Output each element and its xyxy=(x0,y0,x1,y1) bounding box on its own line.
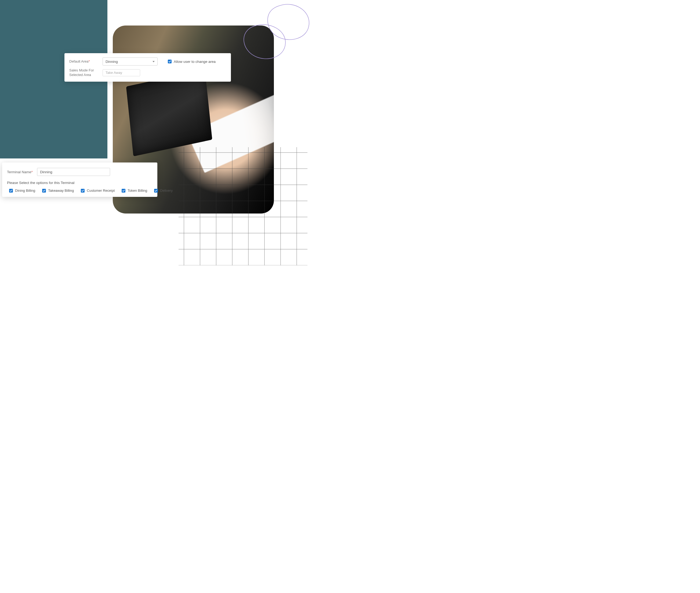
sales-mode-placeholder: Take Away xyxy=(106,71,122,75)
required-mark: * xyxy=(31,170,33,174)
option-dining-billing[interactable]: Dining Billing xyxy=(9,189,35,193)
checkbox-icon[interactable] xyxy=(9,189,13,193)
option-customer-receipt[interactable]: Customer Receipt xyxy=(81,189,115,193)
sales-mode-label: Sales Mode For Selected Area xyxy=(69,68,99,77)
default-area-value: Dinning xyxy=(106,60,118,64)
checkbox-icon[interactable] xyxy=(122,189,125,193)
allow-change-area-option[interactable]: Allow user to change area xyxy=(168,60,216,64)
option-label: Delivery xyxy=(160,189,173,193)
option-label: Token Billing xyxy=(128,189,147,193)
allow-change-area-checkbox[interactable] xyxy=(168,60,172,64)
checkbox-icon[interactable] xyxy=(42,189,46,193)
default-area-select[interactable]: Dinning xyxy=(102,57,158,66)
allow-change-area-label: Allow user to change area xyxy=(174,60,216,64)
terminal-options-card: Terminal Name* Dinning Please Select the… xyxy=(2,162,157,197)
terminal-options-row: Dining Billing Takeaway Billing Customer… xyxy=(7,189,153,193)
chevron-down-icon xyxy=(153,61,155,62)
decorative-blobs xyxy=(240,3,316,65)
terminal-name-input[interactable]: Dinning xyxy=(37,168,110,176)
default-area-label: Default Area* xyxy=(69,60,99,64)
default-area-card: Default Area* Dinning Allow user to chan… xyxy=(65,53,231,82)
option-label: Dining Billing xyxy=(15,189,35,193)
option-label: Customer Receipt xyxy=(87,189,115,193)
options-prompt: Please Select the options for this Termi… xyxy=(7,181,153,185)
terminal-name-label: Terminal Name* xyxy=(7,170,33,174)
sales-mode-input[interactable]: Take Away xyxy=(102,69,140,76)
decorative-grid xyxy=(178,147,307,265)
option-label: Takeaway Billing xyxy=(48,189,74,193)
checkbox-icon[interactable] xyxy=(81,189,85,193)
checkbox-icon[interactable] xyxy=(154,189,158,193)
option-delivery[interactable]: Delivery xyxy=(154,189,173,193)
required-mark: * xyxy=(89,60,90,64)
option-takeaway-billing[interactable]: Takeaway Billing xyxy=(42,189,74,193)
option-token-billing[interactable]: Token Billing xyxy=(122,189,147,193)
terminal-name-value: Dinning xyxy=(40,170,52,174)
